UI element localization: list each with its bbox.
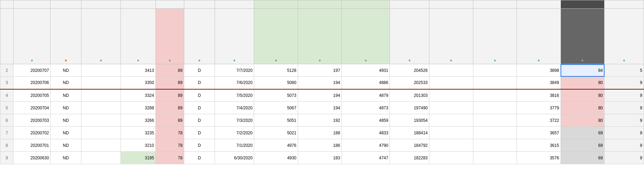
cell-b[interactable]: ND: [51, 152, 81, 164]
cell-q[interactable]: 183: [298, 152, 341, 164]
cell-m[interactable]: 78: [155, 139, 184, 152]
cell-n[interactable]: D: [184, 102, 215, 114]
cell-q[interactable]: 194: [298, 102, 341, 114]
cell-r[interactable]: 4931: [342, 64, 390, 77]
col-s-header[interactable]: [390, 0, 429, 9]
col-n-header[interactable]: [184, 0, 215, 9]
cell-v[interactable]: 3657: [517, 127, 561, 139]
cell-k[interactable]: [81, 127, 120, 139]
cell-o[interactable]: 7/7/2020: [215, 64, 254, 77]
col-x-subheader[interactable]: ▼: [605, 9, 644, 64]
cell-s[interactable]: 201303: [390, 89, 429, 102]
cell-v[interactable]: 3576: [517, 152, 561, 164]
cell-u[interactable]: [473, 77, 517, 89]
cell-a[interactable]: 20200705: [13, 89, 50, 102]
cell-x[interactable]: 9: [605, 114, 644, 127]
cell-u[interactable]: [473, 139, 517, 152]
cell-w[interactable]: 80: [561, 114, 604, 127]
cell-a[interactable]: 20200707: [13, 64, 50, 77]
cell-b[interactable]: ND: [51, 114, 81, 127]
col-o-subheader[interactable]: ▼: [215, 9, 254, 64]
col-p-header[interactable]: [254, 0, 298, 9]
cell-v[interactable]: 3898: [517, 64, 561, 77]
cell-o[interactable]: 7/5/2020: [215, 89, 254, 102]
col-q-subheader[interactable]: ▼: [298, 9, 341, 64]
col-t-subheader[interactable]: ▼: [429, 9, 473, 64]
col-u-header[interactable]: [473, 0, 517, 9]
col-w-subheader[interactable]: ▼: [561, 9, 604, 64]
cell-a[interactable]: 20200703: [13, 114, 50, 127]
cell-a[interactable]: 20200706: [13, 77, 50, 89]
cell-k[interactable]: [81, 152, 120, 164]
col-k-filter-icon[interactable]: ▼: [82, 59, 120, 62]
cell-a[interactable]: 20200630: [13, 152, 50, 164]
cell-o[interactable]: 7/2/2020: [215, 127, 254, 139]
cell-v[interactable]: 3816: [517, 89, 561, 102]
cell-n[interactable]: D: [184, 64, 215, 77]
col-n-filter-icon[interactable]: ▼: [185, 59, 214, 62]
col-o-filter-icon[interactable]: ▼: [216, 59, 253, 62]
col-r-subheader[interactable]: ▼: [342, 9, 390, 64]
cell-q[interactable]: 197: [298, 64, 341, 77]
col-s-subheader[interactable]: ▼: [390, 9, 429, 64]
col-x-header[interactable]: [605, 0, 644, 9]
cell-p[interactable]: 5128: [254, 64, 298, 77]
cell-b[interactable]: ND: [51, 89, 81, 102]
cell-s[interactable]: 184792: [390, 139, 429, 152]
cell-t[interactable]: [429, 64, 473, 77]
col-p-filter-icon[interactable]: ▼: [255, 59, 297, 62]
col-q-filter-icon[interactable]: ▼: [299, 59, 341, 62]
cell-n[interactable]: D: [184, 89, 215, 102]
cell-r[interactable]: 4879: [342, 89, 390, 102]
cell-k[interactable]: [81, 89, 120, 102]
cell-o[interactable]: 7/3/2020: [215, 114, 254, 127]
col-l-subheader[interactable]: ▼: [120, 9, 155, 64]
cell-a[interactable]: 20200701: [13, 139, 50, 152]
cell-t[interactable]: [429, 139, 473, 152]
cell-m[interactable]: 89: [155, 89, 184, 102]
cell-t[interactable]: [429, 114, 473, 127]
cell-k[interactable]: [81, 139, 120, 152]
cell-w[interactable]: 80: [561, 77, 604, 89]
cell-r[interactable]: 4833: [342, 127, 390, 139]
cell-r[interactable]: 4859: [342, 114, 390, 127]
cell-l[interactable]: 3324: [120, 89, 155, 102]
col-r-header[interactable]: [342, 0, 390, 9]
cell-l[interactable]: 3195: [120, 152, 155, 164]
cell-l[interactable]: 3288: [120, 102, 155, 114]
col-v-subheader[interactable]: ▼: [517, 9, 561, 64]
cell-w[interactable]: 69: [561, 127, 604, 139]
cell-b[interactable]: ND: [51, 139, 81, 152]
cell-v[interactable]: 3779: [517, 102, 561, 114]
cell-o[interactable]: 7/6/2020: [215, 77, 254, 89]
col-w-filter-icon[interactable]: ▼: [562, 59, 603, 62]
cell-p[interactable]: 4930: [254, 152, 298, 164]
col-q-header[interactable]: [298, 0, 341, 9]
cell-n[interactable]: D: [184, 152, 215, 164]
cell-x[interactable]: 9: [605, 139, 644, 152]
cell-s[interactable]: 202533: [390, 77, 429, 89]
col-l-header[interactable]: [120, 0, 155, 9]
cell-w[interactable]: 80: [561, 102, 604, 114]
cell-p[interactable]: 5021: [254, 127, 298, 139]
cell-l[interactable]: 3413: [120, 64, 155, 77]
cell-m[interactable]: 89: [155, 77, 184, 89]
cell-w[interactable]: 69: [561, 152, 604, 164]
cell-v[interactable]: 3615: [517, 139, 561, 152]
cell-b[interactable]: ND: [51, 127, 81, 139]
cell-v[interactable]: 3849: [517, 77, 561, 89]
cell-u[interactable]: [473, 64, 517, 77]
col-v-filter-icon[interactable]: ▼: [518, 59, 560, 62]
cell-u[interactable]: [473, 127, 517, 139]
cell-l[interactable]: 3210: [120, 139, 155, 152]
cell-u[interactable]: [473, 102, 517, 114]
cell-w[interactable]: 69: [561, 139, 604, 152]
cell-m[interactable]: 78: [155, 127, 184, 139]
col-o-header[interactable]: [215, 0, 254, 9]
cell-q[interactable]: 186: [298, 139, 341, 152]
cell-s[interactable]: 182283: [390, 152, 429, 164]
col-k-subheader[interactable]: ▼: [81, 9, 120, 64]
cell-q[interactable]: 192: [298, 114, 341, 127]
cell-x[interactable]: 5: [605, 64, 644, 77]
cell-t[interactable]: [429, 89, 473, 102]
